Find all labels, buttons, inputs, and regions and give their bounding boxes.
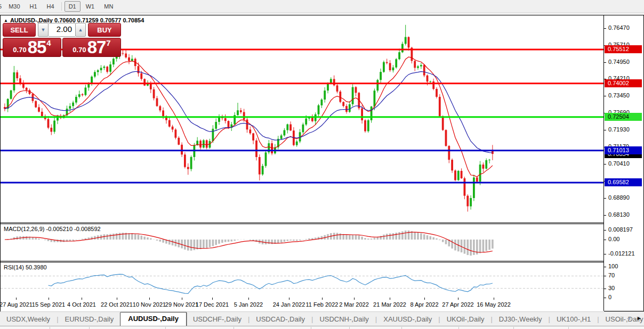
candle-body (401, 44, 404, 52)
date-tick (117, 298, 117, 300)
candle-body (78, 94, 80, 97)
timeframe-M30-button[interactable]: M30 (4, 1, 24, 12)
candle-body (479, 164, 481, 182)
sell-price-pip: 4 (46, 38, 51, 47)
candle-body (168, 120, 171, 127)
pane-separator[interactable] (1, 261, 643, 261)
volume-decrease-icon[interactable]: ▼ (38, 23, 49, 37)
candle-body (420, 65, 422, 66)
candle-body (38, 107, 40, 111)
axis-tick (604, 164, 606, 164)
horizontal-level-line[interactable] (1, 83, 604, 84)
date-tick (322, 298, 323, 300)
horizontal-level-line[interactable] (1, 116, 604, 118)
candle-body (47, 119, 50, 128)
timeframe-MN-button[interactable]: MN (100, 1, 117, 12)
candle-body (349, 104, 351, 112)
candle-body (426, 76, 429, 82)
rsi-pane[interactable] (1, 262, 604, 298)
tab-xauusd-daily[interactable]: XAUUSD-,Daily (377, 313, 438, 326)
tabs-scroll-right-icon[interactable]: ► (637, 315, 642, 321)
candle-body (97, 70, 99, 72)
tab-eurusd-daily[interactable]: EURUSD-,Daily (59, 313, 120, 326)
macd-tick-label: -0.012121 (608, 250, 635, 257)
candle-body (243, 112, 245, 120)
candle-body (383, 62, 385, 72)
tab-usdchf-daily[interactable]: USDCHF-,Daily (187, 313, 248, 326)
price-tick-label: 0.68890 (608, 194, 630, 201)
rsi-tick-label: 100 (608, 263, 618, 269)
candle-body (187, 167, 189, 169)
candle-body (91, 77, 93, 84)
collapse-arrow-icon[interactable]: ▲ (4, 18, 8, 23)
candle-body (35, 101, 37, 108)
candle-body (302, 125, 304, 133)
status-divider (89, 327, 90, 329)
candle-body (252, 133, 254, 140)
timeframe-5-button[interactable]: 5 (0, 1, 3, 12)
tab-dj30-weekly[interactable]: DJ30-,Weekly (493, 313, 549, 326)
volume-increase-icon[interactable]: ▲ (75, 23, 86, 37)
tab-usdcnh-daily[interactable]: USDCNH-,Daily (313, 313, 375, 326)
sell-price-button[interactable]: 0.70 85 4 (3, 38, 61, 57)
sell-button[interactable]: SELL (3, 23, 36, 37)
candle-body (376, 80, 379, 91)
status-divider (349, 327, 350, 329)
tab-uk100-h1[interactable]: UK100-,H1 (550, 313, 597, 326)
candle-body (296, 142, 298, 145)
tab-usdx-weekly[interactable]: USDX,Weekly (0, 313, 57, 326)
price-tick-label: 0.70410 (608, 160, 630, 167)
candle-body (451, 160, 453, 170)
candle-body (178, 138, 180, 145)
horizontal-level-line[interactable] (1, 182, 604, 184)
level-price-badge: 0.69582 (605, 178, 642, 186)
pane-separator[interactable] (1, 223, 643, 223)
horizontal-level-line[interactable] (1, 150, 604, 151)
volume-input[interactable]: 2.00 (49, 23, 75, 37)
date-tick (82, 298, 82, 300)
candle-body (181, 145, 183, 155)
tabs-scroll-left-icon[interactable]: ◄ (626, 315, 631, 321)
rsi-label: RSI(14) 50.3980 (4, 264, 47, 270)
timeframe-H4-button[interactable]: H4 (43, 1, 59, 12)
timeframe-toolbar: 5M30H1H4D1W1MN (0, 0, 644, 13)
candle-body (280, 135, 283, 138)
status-strip (0, 326, 644, 329)
timeframe-W1-button[interactable]: W1 (82, 1, 99, 12)
candle-body (470, 198, 472, 207)
timeframe-D1-button[interactable]: D1 (65, 1, 80, 12)
candle-body (175, 129, 177, 137)
axis-tick (604, 130, 606, 130)
date-tick (458, 298, 458, 300)
date-label: 4 Oct 2021 (62, 301, 101, 308)
toolbar-separator (61, 2, 62, 11)
candle-body (143, 79, 146, 85)
date-label: 16 May 2022 (474, 301, 513, 308)
candle-body (408, 37, 410, 48)
candle-body (41, 112, 43, 116)
candle-body (109, 64, 111, 72)
status-divider (165, 327, 166, 329)
date-label: 2 Mar 2022 (334, 301, 374, 308)
candle-body (342, 102, 344, 106)
candle-body (13, 72, 15, 91)
tab-ukoil-daily[interactable]: UKOil-,Daily (440, 313, 491, 326)
buy-button[interactable]: BUY (88, 23, 121, 37)
status-divider (401, 327, 402, 329)
candle-body (389, 63, 391, 70)
buy-price-button[interactable]: 0.70 87 7 (62, 38, 121, 57)
timeframe-H1-button[interactable]: H1 (26, 1, 42, 12)
candle-body (16, 72, 18, 78)
candle-body (156, 98, 158, 106)
candle-body (454, 170, 456, 180)
price-tick-label: 0.76470 (608, 24, 630, 31)
price-tick-label: 0.71930 (608, 126, 630, 133)
tab-audusd-daily[interactable]: AUDUSD-,Daily (120, 312, 187, 326)
candle-body (361, 108, 363, 120)
axis-tick (604, 267, 606, 267)
candle-body (237, 110, 239, 115)
candle-body (398, 52, 400, 59)
candle-body (72, 103, 74, 106)
tab-usdcad-daily[interactable]: USDCAD-,Daily (249, 313, 311, 326)
candle-body (333, 79, 335, 85)
